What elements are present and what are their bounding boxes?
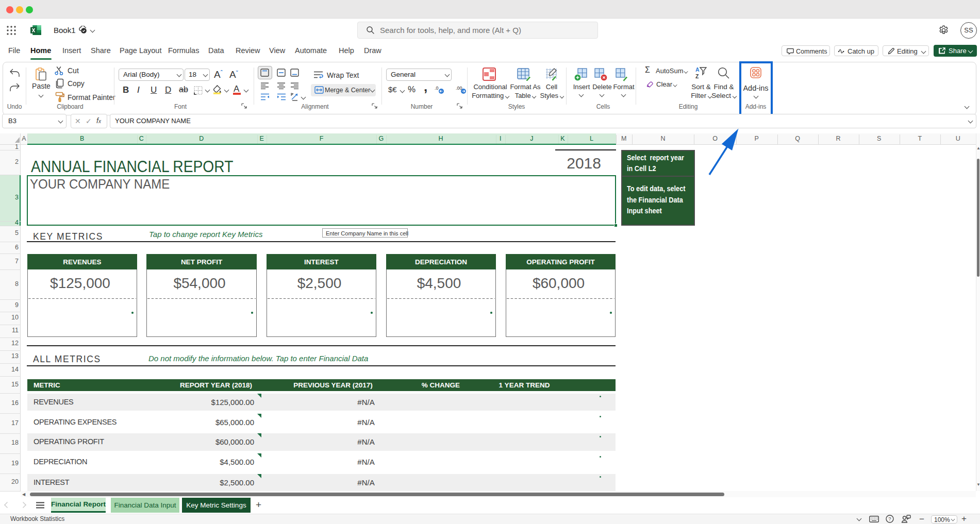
svg-text:?: ? [888,516,891,521]
svg-text:.00: .00 [456,86,462,91]
svg-text:A: A [695,66,700,73]
svg-text:Z: Z [695,73,699,79]
svg-text:.0: .0 [435,86,439,91]
